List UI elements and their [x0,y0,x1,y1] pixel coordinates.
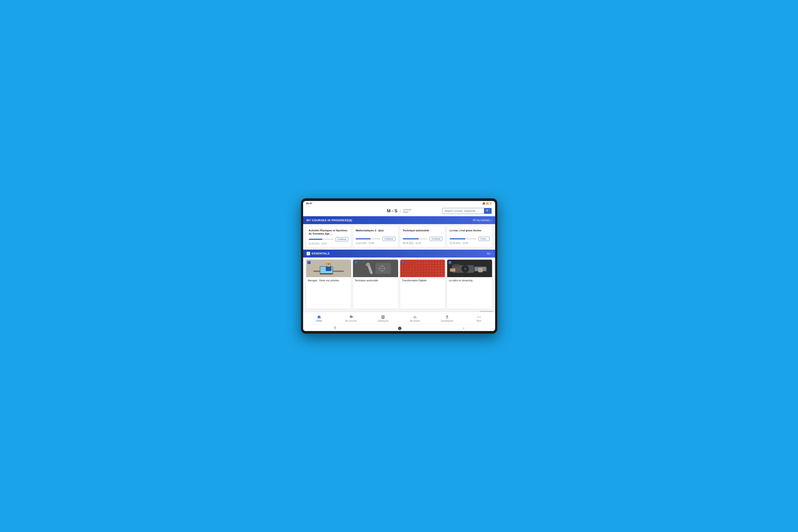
svg-point-44 [421,263,422,264]
progress-bar-fill [356,238,370,240]
svg-point-99 [441,271,442,271]
svg-point-56 [410,265,411,266]
course-card-title: Mathematiques 2 - Quiz [356,229,395,235]
nav-item-downloaded[interactable]: Downloaded [431,312,463,324]
svg-point-111 [430,273,431,274]
essential-card[interactable]: ! Technique automobile [353,260,398,309]
svg-point-85 [401,271,402,271]
svg-point-48 [433,263,434,264]
search-bar[interactable]: 🔍 [442,208,492,214]
svg-point-131 [441,276,442,277]
tablet-frame: 09:47 🔇 📶 🔋 M S | [301,198,497,334]
logo-subtitle: Universal Player [403,209,411,213]
svg-point-50 [438,263,439,264]
tablet-screen: 09:47 🔇 📶 🔋 M S | [303,201,495,331]
progress-bar-container [403,238,428,240]
nav-item-home[interactable]: Home [303,312,335,324]
essential-card[interactable]: ! Transformation Digitale [400,260,445,309]
svg-point-112 [433,273,434,274]
system-home-button[interactable]: ⬤ [398,326,402,330]
svg-point-127 [430,276,431,277]
svg-point-104 [410,273,411,274]
svg-point-25 [413,260,414,261]
bottom-nav: Home My Courses Catalogues My results Do… [303,312,495,324]
svg-rect-153 [453,264,460,266]
continue-button[interactable]: Continue [382,237,395,241]
course-card: Technique automobile Continue 09.09.2021… [400,226,445,247]
svg-point-72 [410,268,411,269]
downloaded-nav-label: Downloaded [441,320,453,322]
svg-point-64 [433,265,434,266]
essential-badge-overlay: ! [307,261,310,264]
continue-button[interactable]: Conti... [478,237,490,241]
nav-item-more[interactable]: More [463,312,495,324]
svg-point-57 [413,265,414,266]
course-date: 09.09.2021 - 16:29 [403,242,442,244]
system-back-button[interactable]: ⠿ [334,326,336,330]
svg-point-59 [419,265,419,266]
course-card: Le trac, c'est grave docteu Conti... 12.… [447,226,492,247]
svg-point-39 [407,263,408,264]
essential-card[interactable]: ! Manager : Gérer vos priorités [306,260,351,309]
home-nav-icon [317,315,321,319]
svg-point-35 [441,260,442,261]
course-card-title: Le trac, c'est grave docteu [450,229,490,235]
svg-point-58 [416,265,417,266]
svg-point-82 [438,268,439,269]
logo-separator: | [400,208,401,213]
svg-point-29 [424,260,425,261]
svg-point-74 [416,268,417,269]
my-courses-nav-label: My Courses [345,320,357,322]
svg-point-79 [430,268,431,269]
all-courses-link[interactable]: All my courses › [473,218,492,222]
search-input[interactable] [442,208,484,214]
essentials-title: ESSENTIALS [312,252,330,255]
search-button[interactable]: 🔍 [484,208,491,214]
svg-point-55 [407,265,408,266]
svg-point-105 [413,273,414,274]
essential-card-title: Manager : Gérer vos priorités [306,277,351,283]
essential-image: ! [353,260,398,277]
svg-point-77 [424,268,425,269]
svg-point-76 [421,268,422,269]
continue-button[interactable]: Continue [430,237,442,241]
progress-bar-container [309,239,334,240]
svg-point-47 [430,263,431,264]
essential-card[interactable]: ! La vidéo en streaming [447,260,492,309]
essential-image: ! [447,260,492,277]
svg-point-98 [438,271,439,271]
svg-point-126 [427,276,428,277]
svg-point-108 [421,273,422,274]
svg-rect-161 [478,268,483,272]
svg-point-54 [404,265,405,266]
svg-point-130 [438,276,439,277]
status-time: 09:47 [306,202,312,205]
essentials-all-link[interactable]: All › [487,252,491,255]
svg-point-107 [419,273,419,274]
essential-badge-overlay: ! [449,261,452,264]
svg-point-75 [419,268,419,269]
nav-item-catalogues[interactable]: Catalogues [367,312,399,324]
nav-item-my-results[interactable]: My results [399,312,431,324]
progress-bar-container [356,238,380,240]
my-courses-nav-icon [349,315,353,319]
scroll-area [303,311,495,312]
course-date: 12.03.2021 - 13:40 [356,242,395,244]
my-results-nav-icon [413,315,417,319]
svg-point-90 [416,271,417,271]
continue-button[interactable]: Continue [336,237,348,241]
svg-point-124 [421,276,422,277]
svg-point-157 [466,268,466,269]
more-nav-label: More [477,320,481,322]
svg-rect-8 [326,267,331,271]
course-date: 21.09.2021 - 14:57 [309,243,348,245]
svg-point-106 [416,273,417,274]
svg-point-120 [410,276,411,277]
system-recents-button[interactable]: ‹ [463,326,464,330]
svg-point-62 [427,265,428,266]
downloaded-nav-icon [445,315,449,319]
course-card: Activités Physiques et Sportives du Troi… [306,226,351,247]
nav-item-my-courses[interactable]: My Courses [335,312,367,324]
svg-point-101 [401,273,402,274]
svg-point-164 [480,317,480,317]
